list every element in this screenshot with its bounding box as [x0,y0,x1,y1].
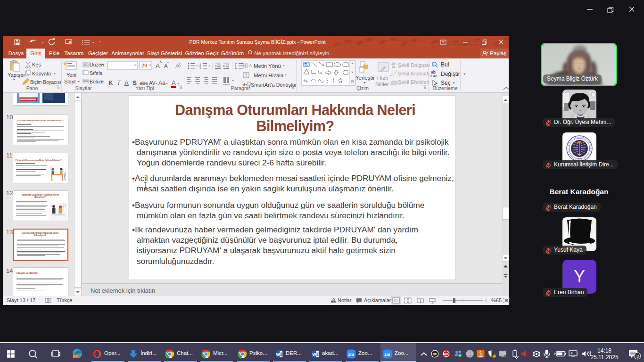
svg-text:Bölüm: Bölüm [90,79,104,84]
svg-text:Değiştir: Değiştir [441,71,460,77]
svg-text:Yerleştir: Yerleştir [355,75,375,81]
svg-text:Kopyala: Kopyala [32,71,51,76]
svg-text:29: 29 [141,63,147,68]
svg-text:Yapıştır: Yapıştır [8,72,25,78]
svg-text:Sıfırla: Sıfırla [90,70,103,76]
svg-text:W: W [313,352,317,357]
svg-text:Yeni: Yeni [66,72,76,78]
svg-text:Slayt: Slayt [64,79,75,84]
svg-text:Şekil Efektleri: Şekil Efektleri [398,79,429,85]
svg-text:Biçim Boyacısı: Biçim Boyacısı [30,80,61,85]
svg-text:3: 3 [636,354,639,359]
svg-text:W: W [276,352,281,357]
svg-text:zm: zm [348,352,354,357]
svg-text:A: A [156,62,160,69]
svg-text:Kes: Kes [32,62,41,67]
svg-text:A: A [249,63,252,68]
svg-text:zm: zm [384,352,390,357]
svg-text:A: A [164,63,168,69]
svg-text:PDR Merkez Tanıtım Sunusu Şeym: PDR Merkez Tanıtım Sunusu Şeyma BİlGİZ.p… [189,39,325,45]
svg-text:Hızlı: Hızlı [377,75,388,81]
svg-text:Metin Yönü: Metin Yönü [254,63,281,69]
svg-text:Şekil Anahattı: Şekil Anahattı [398,71,429,76]
svg-text:Metni Hizala: Metni Hizala [254,73,284,78]
svg-text:Şekil Dolgusu: Şekil Dolgusu [398,62,429,68]
svg-text:3: 3 [199,67,201,70]
svg-text:EBA: EBA [444,353,448,355]
svg-text:ac: ac [433,74,438,78]
svg-text:Bul: Bul [441,61,449,68]
